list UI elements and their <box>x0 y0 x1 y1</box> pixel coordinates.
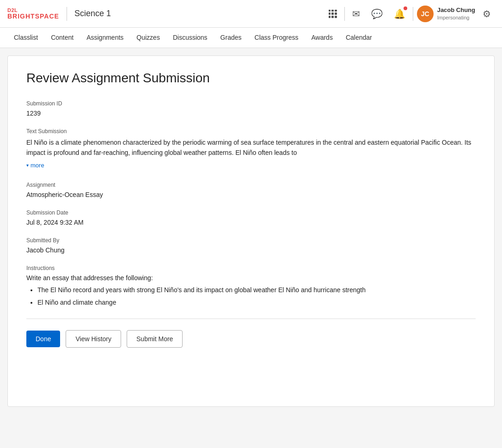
more-label: more <box>31 162 44 169</box>
grid-menu-button[interactable] <box>325 6 341 22</box>
user-info: Jacob Chung Impersonating <box>437 6 475 21</box>
header-left: D2L BRIGHTSPACE Science 1 <box>7 7 111 21</box>
submitted-by-label: Submitted By <box>26 237 476 244</box>
instructions-label: Instructions <box>26 265 476 271</box>
logo: D2L BRIGHTSPACE <box>7 7 59 20</box>
assignment-value: Atmospheric-Ocean Essay <box>26 191 476 198</box>
list-item: The El Niño record and years with strong… <box>37 285 476 295</box>
header-right: ✉ 💬 🔔 JC Jacob Chung Impersonating ⚙ <box>325 5 495 23</box>
button-row: Done View History Submit More <box>26 330 476 348</box>
instructions-section: Instructions Write an essay that address… <box>26 265 476 307</box>
user-role: Impersonating <box>437 14 475 21</box>
nav-assignments[interactable]: Assignments <box>80 28 130 48</box>
nav-bar: Classlist Content Assignments Quizzes Di… <box>0 28 502 48</box>
header-divider-3 <box>413 7 413 21</box>
submission-id-section: Submission ID 1239 <box>26 100 476 117</box>
user-name: Jacob Chung <box>437 6 475 14</box>
notification-wrapper: 🔔 <box>390 5 409 23</box>
instructions-list: The El Niño record and years with strong… <box>37 285 476 307</box>
submitted-by-value: Jacob Chung <box>26 246 476 254</box>
submission-date-value: Jul 8, 2024 9:32 AM <box>26 219 476 226</box>
settings-button[interactable]: ⚙ <box>479 5 495 23</box>
nav-awards[interactable]: Awards <box>305 28 339 48</box>
submit-more-button[interactable]: Submit More <box>127 330 183 348</box>
top-header: D2L BRIGHTSPACE Science 1 ✉ 💬 🔔 JC Jacob… <box>0 0 502 28</box>
grid-icon <box>329 10 337 18</box>
chevron-down-icon: ▾ <box>26 163 29 168</box>
more-button[interactable]: ▾ more <box>26 160 44 171</box>
submission-id-label: Submission ID <box>26 100 476 107</box>
text-submission-section: Text Submission El Niño is a climate phe… <box>26 128 476 171</box>
logo-brightspace-text: BRIGHTSP <box>7 12 44 20</box>
nav-classlist[interactable]: Classlist <box>7 28 44 48</box>
main-content: Review Assignment Submission Submission … <box>7 55 495 407</box>
text-submission-label: Text Submission <box>26 128 476 135</box>
nav-discussions[interactable]: Discussions <box>166 28 214 48</box>
nav-content[interactable]: Content <box>44 28 80 48</box>
user-avatar: JC <box>417 6 434 22</box>
submission-date-label: Submission Date <box>26 209 476 216</box>
view-history-button[interactable]: View History <box>66 330 121 348</box>
submission-id-value: 1239 <box>26 110 476 117</box>
nav-quizzes[interactable]: Quizzes <box>130 28 166 48</box>
page-title: Review Assignment Submission <box>26 71 476 86</box>
header-divider <box>67 7 67 21</box>
done-button[interactable]: Done <box>26 331 60 347</box>
header-divider-2 <box>344 7 345 21</box>
chat-button[interactable]: 💬 <box>367 5 386 23</box>
logo-brightspace: BRIGHTSPACE <box>7 13 59 20</box>
instructions-intro: Write an essay that addresses the follow… <box>26 274 476 282</box>
mail-button[interactable]: ✉ <box>349 5 364 23</box>
nav-calendar[interactable]: Calendar <box>339 28 379 48</box>
course-title: Science 1 <box>74 9 111 18</box>
text-submission-content: El Niño is a climate phenomenon characte… <box>26 137 476 158</box>
submission-date-section: Submission Date Jul 8, 2024 9:32 AM <box>26 209 476 226</box>
notification-dot <box>404 6 407 10</box>
submitted-by-section: Submitted By Jacob Chung <box>26 237 476 254</box>
nav-grades[interactable]: Grades <box>214 28 248 48</box>
divider <box>26 319 476 319</box>
assignment-label: Assignment <box>26 182 476 188</box>
assignment-section: Assignment Atmospheric-Ocean Essay <box>26 182 476 198</box>
nav-class-progress[interactable]: Class Progress <box>248 28 305 48</box>
list-item: El Niño and climate change <box>37 298 476 307</box>
